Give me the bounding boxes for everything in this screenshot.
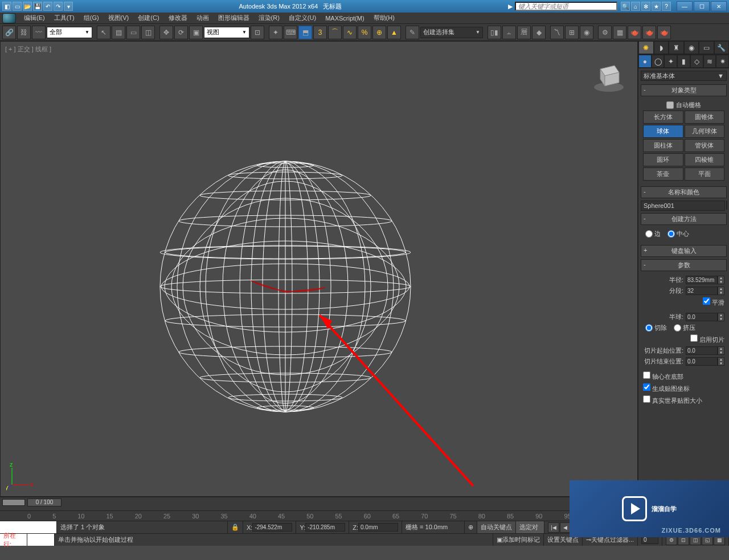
angle-snap-icon[interactable]: 3 [313, 26, 327, 39]
rollout-parameters[interactable]: 参数 [641, 259, 727, 271]
menu-modifier[interactable]: 修改器 [164, 13, 192, 23]
menu-edit[interactable]: 编辑(E) [19, 13, 50, 23]
unlink-icon[interactable]: ⛓ [17, 26, 31, 39]
script-line-field[interactable] [27, 534, 55, 546]
render-prod-icon[interactable]: 🫖 [628, 26, 641, 39]
pivot-center-icon[interactable]: ⊡ [251, 26, 264, 39]
select-region-rect-icon[interactable]: ▭ [126, 26, 140, 39]
render-iterative-icon[interactable]: 🫖 [642, 26, 656, 39]
cat-geometry-icon[interactable]: ● [638, 55, 652, 68]
move-icon[interactable]: ✥ [159, 26, 173, 39]
goto-start-icon[interactable]: |◀ [548, 522, 559, 533]
open-icon[interactable]: 📂 [23, 2, 32, 11]
window-crossing-icon[interactable]: ◫ [141, 26, 155, 39]
help-search-input[interactable] [515, 2, 617, 11]
cat-shapes-icon[interactable]: ◯ [652, 55, 665, 68]
rollout-creation-method[interactable]: 创建方法 [641, 213, 727, 225]
cat-systems-icon[interactable]: ✷ [716, 55, 729, 68]
curve-editor-icon[interactable]: 〽 [550, 26, 564, 39]
primitive-category-combo[interactable]: 标准基本体▼ [641, 71, 727, 81]
viewport[interactable]: [ + ] 正交 ] 线框 ] [0, 41, 638, 497]
ref-coord-combo[interactable]: 视图▼ [204, 27, 249, 38]
hemi-spinner[interactable]: ▲▼ [718, 313, 724, 321]
prim-cone[interactable]: 圆锥体 [685, 111, 725, 124]
new-icon[interactable]: ▭ [13, 2, 22, 11]
viewcube-icon[interactable] [592, 59, 626, 93]
hemi-input[interactable] [686, 313, 718, 321]
segments-spinner[interactable]: ▲▼ [718, 287, 724, 295]
menu-render[interactable]: 渲染(R) [254, 13, 284, 23]
edit-named-sel-icon[interactable]: ⊕ [372, 26, 386, 39]
rotate-icon[interactable]: ⟳ [174, 26, 188, 39]
prim-geosphere[interactable]: 几何球体 [685, 125, 725, 138]
schematic-view-icon[interactable]: ⊞ [565, 26, 579, 39]
graphite-icon[interactable]: ◆ [532, 26, 546, 39]
slice-from-input[interactable] [686, 346, 718, 355]
redo-icon[interactable]: ↷ [54, 2, 63, 11]
menu-tools[interactable]: 工具(T) [50, 13, 79, 23]
favorites-icon[interactable]: ★ [652, 2, 661, 11]
rollout-name-color[interactable]: 名称和颜色 [641, 186, 727, 198]
radius-input[interactable] [686, 276, 718, 284]
keyboard-shortcut-icon[interactable]: ⌨ [284, 26, 297, 39]
menu-help[interactable]: 帮助(H) [369, 13, 399, 23]
select-by-name-icon[interactable]: ▤ [112, 26, 125, 39]
tab-display-icon[interactable]: ▭ [699, 41, 714, 54]
manipulate-icon[interactable]: ✦ [269, 26, 282, 39]
timeconfig-icon[interactable]: ⊕ [468, 524, 473, 531]
align-icon[interactable]: ⫠ [502, 26, 516, 39]
tab-modify-icon[interactable]: ◗ [654, 41, 669, 54]
object-color-swatch[interactable] [726, 201, 727, 210]
render-icon[interactable]: 🫖 [657, 26, 671, 39]
coord-z-input[interactable] [358, 523, 398, 532]
menu-maxscript[interactable]: MAXScript(M) [321, 14, 368, 23]
prim-plane[interactable]: 平面 [685, 167, 725, 181]
coord-x-input[interactable] [252, 523, 292, 532]
menu-create[interactable]: 创建(C) [133, 13, 163, 23]
gen-uv-checkbox[interactable]: 生成贴图坐标 [643, 383, 690, 393]
link-icon[interactable]: 🔗 [2, 26, 16, 39]
material-editor-icon[interactable]: ◉ [580, 26, 593, 39]
slice-to-spinner[interactable]: ▲▼ [718, 357, 724, 366]
menu-group[interactable]: 组(G) [79, 13, 104, 23]
tab-motion-icon[interactable]: ◉ [684, 41, 699, 54]
qat-dropdown-icon[interactable]: ▾ [64, 2, 73, 11]
radius-spinner[interactable]: ▲▼ [718, 276, 724, 284]
cat-spacewarps-icon[interactable]: ≋ [703, 55, 716, 68]
time-slider-scrubber[interactable] [2, 499, 25, 506]
menu-view[interactable]: 视图(V) [104, 13, 134, 23]
rollout-object-type[interactable]: 对象类型 [641, 84, 727, 96]
menu-grapheditor[interactable]: 图形编辑器 [214, 13, 254, 23]
rendered-frame-icon[interactable]: ▦ [613, 26, 626, 39]
menu-animation[interactable]: 动画 [192, 13, 214, 23]
spinner-snap-icon[interactable]: ∿ [343, 26, 357, 39]
minimize-button[interactable]: — [677, 1, 693, 11]
cat-cameras-icon[interactable]: ▮ [677, 55, 690, 68]
communication-icon[interactable]: ✻ [641, 2, 650, 11]
subscription-icon[interactable]: ⌂ [631, 2, 640, 11]
autokey-button[interactable]: 自动关键点 [477, 521, 516, 533]
prim-box[interactable]: 长方体 [643, 111, 683, 124]
layer-manager-icon[interactable]: 層 [517, 26, 531, 39]
rollout-keyboard-entry[interactable]: 键盘输入 [641, 245, 727, 257]
isolate-icon[interactable]: ▣ [497, 536, 502, 543]
base-pivot-checkbox[interactable]: 轴心在底部 [643, 371, 683, 381]
tab-hierarchy-icon[interactable]: ♜ [669, 41, 684, 54]
prim-torus[interactable]: 圆环 [643, 153, 683, 166]
infocenter-icon[interactable]: 🔍 [621, 2, 630, 11]
segments-input[interactable] [686, 287, 718, 295]
real-world-checkbox[interactable]: 真实世界贴图大小 [643, 395, 702, 405]
add-time-tag-button[interactable]: 添加时间标记 [502, 536, 540, 544]
prim-teapot[interactable]: 茶壶 [643, 167, 683, 181]
prim-sphere[interactable]: 球体 [643, 125, 683, 138]
undo-icon[interactable]: ↶ [43, 2, 52, 11]
creation-center-radio[interactable]: 中心 [667, 230, 689, 238]
smooth-checkbox[interactable]: 平滑 [703, 297, 724, 307]
prim-tube[interactable]: 管状体 [685, 139, 725, 152]
slice-to-input[interactable] [686, 357, 718, 366]
bind-space-warp-icon[interactable]: 〰 [32, 26, 46, 39]
named-sel-edit-icon[interactable]: ✎ [406, 26, 419, 39]
cat-lights-icon[interactable]: ✦ [664, 55, 677, 68]
close-button[interactable]: ✕ [711, 1, 727, 11]
menu-customize[interactable]: 自定义(U) [284, 13, 321, 23]
